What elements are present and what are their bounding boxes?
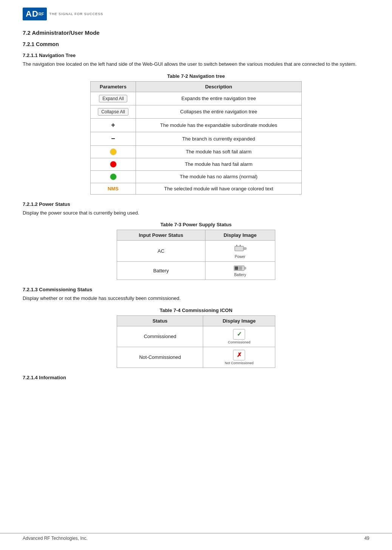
- table-row: Collapse All Collapses the entire naviga…: [91, 105, 302, 118]
- col-input-power-status: Input Power Status: [117, 230, 205, 241]
- not-commissioned-image-label: Not Commissioned: [225, 361, 253, 365]
- table-7-3-caption: Table 7-3 Power Supply Status: [23, 222, 369, 227]
- section-7-2-1-3-title: 7.2.1.3 Commissioning Status: [23, 287, 369, 292]
- table-row: AC Power: [117, 241, 275, 262]
- battery-svg: [233, 264, 247, 272]
- yellow-circle-icon: [110, 148, 117, 155]
- table-row: Not-Commissioned ✗ Not Commissioned: [117, 347, 275, 368]
- check-mark-icon: ✓: [237, 331, 242, 338]
- expand-all-btn: Expand All: [99, 95, 127, 102]
- col-status: Status: [117, 315, 203, 326]
- nav-plus-desc: The module has the expandable subordinat…: [136, 118, 302, 132]
- nav-nms-desc: The selected module will have orange col…: [136, 183, 302, 194]
- x-box: ✗: [233, 350, 245, 360]
- not-commissioned-image-cell: ✗ Not Commissioned: [203, 347, 275, 368]
- table-row: NMS The selected module will have orange…: [91, 183, 302, 194]
- battery-label: Battery: [234, 273, 246, 277]
- nav-yellow-desc: The module has soft fail alarm: [136, 145, 302, 158]
- nav-collapse-all-cell: Collapse All: [91, 105, 136, 118]
- nav-red-circle-cell: [91, 158, 136, 170]
- logo-bar: AD RF THE SIGNAL FOR SUCCESS: [23, 8, 369, 20]
- commissioned-icon: ✓ Commissioned: [228, 329, 250, 344]
- table-7-3: Input Power Status Display Image AC: [117, 230, 275, 280]
- table-row: Battery Battery: [117, 262, 275, 280]
- table-row: The module has hard fail alarm: [91, 158, 302, 170]
- section-7-2-title: 7.2 Administrator/User Mode: [23, 29, 369, 36]
- table-row: Commissioned ✓ Commissioned: [117, 326, 275, 347]
- commissioned-status-label: Commissioned: [117, 326, 203, 347]
- footer-page: 49: [364, 536, 369, 541]
- table-row: The module has soft fail alarm: [91, 145, 302, 158]
- nms-label: NMS: [108, 186, 119, 192]
- table-7-2-caption: Table 7-2 Navigation tree: [23, 73, 369, 79]
- svg-rect-3: [244, 247, 246, 249]
- power-ac-icon: Power: [233, 243, 247, 259]
- footer-company: Advanced RF Technologies, Inc.: [23, 536, 88, 541]
- col-parameters: Parameters: [91, 81, 136, 92]
- logo: AD RF: [23, 8, 47, 20]
- svg-rect-5: [244, 267, 246, 269]
- section-7-2-1-2-title: 7.2.1.2 Power Status: [23, 201, 369, 207]
- nav-plus-cell: +: [91, 118, 136, 132]
- x-mark-icon: ✗: [237, 351, 242, 358]
- section-7-2-1-1-title: 7.2.1.1 Navigation Tree: [23, 53, 369, 58]
- green-circle-icon: [110, 173, 117, 180]
- nav-green-desc: The module has no alarms (normal): [136, 170, 302, 183]
- collapse-all-btn: Collapse All: [98, 108, 128, 116]
- red-circle-icon: [110, 161, 117, 168]
- not-commissioned-status-label: Not-Commissioned: [117, 347, 203, 368]
- power-battery-label: Battery: [117, 262, 205, 280]
- table-row: The module has no alarms (normal): [91, 170, 302, 183]
- nav-red-desc: The module has hard fail alarm: [136, 158, 302, 170]
- nav-expand-all-desc: Expands the entire navigation tree: [136, 92, 302, 105]
- power-ac-label: AC: [117, 241, 205, 262]
- footer-bar: Advanced RF Technologies, Inc. 49: [0, 533, 392, 541]
- nav-green-circle-cell: [91, 170, 136, 183]
- table-7-2: Parameters Description Expand All Expand…: [90, 81, 302, 195]
- logo-rf: RF: [39, 12, 44, 16]
- minus-icon: −: [111, 135, 115, 142]
- not-commissioned-icon: ✗ Not Commissioned: [225, 350, 253, 365]
- nav-minus-desc: The branch is currently expanded: [136, 132, 302, 145]
- col-display-image: Display Image: [205, 230, 275, 241]
- nav-tree-description: The navigation tree located on the left …: [23, 60, 369, 68]
- check-box: ✓: [233, 329, 245, 340]
- power-battery-icon: Battery: [233, 264, 247, 277]
- table-7-4: Status Display Image Commissioned ✓ Comm…: [117, 315, 275, 368]
- power-ac-image-cell: Power: [205, 241, 275, 262]
- table-row: Expand All Expands the entire navigation…: [91, 92, 302, 105]
- table-7-4-caption: Table 7-4 Commissioning ICON: [23, 307, 369, 313]
- power-battery-image-cell: Battery: [205, 262, 275, 280]
- table-row: + The module has the expandable subordin…: [91, 118, 302, 132]
- nav-minus-cell: −: [91, 132, 136, 145]
- svg-rect-0: [235, 246, 243, 251]
- power-label: Power: [235, 255, 245, 259]
- nav-collapse-all-desc: Collapses the entire navigation tree: [136, 105, 302, 118]
- logo-tagline: THE SIGNAL FOR SUCCESS: [49, 12, 103, 16]
- power-status-description: Display the power source that is current…: [23, 209, 369, 217]
- table-row: − The branch is currently expanded: [91, 132, 302, 145]
- section-7-2-1-4-title: 7.2.1.4 Information: [23, 375, 369, 380]
- nav-nms-cell: NMS: [91, 183, 136, 194]
- commissioned-image-cell: ✓ Commissioned: [203, 326, 275, 347]
- svg-rect-6: [235, 267, 238, 270]
- col-description: Description: [136, 81, 302, 92]
- nav-yellow-circle-cell: [91, 145, 136, 158]
- ac-plug-svg: [233, 243, 247, 254]
- nav-expand-all-cell: Expand All: [91, 92, 136, 105]
- commissioned-image-label: Commissioned: [228, 340, 250, 344]
- col-display-image-commission: Display Image: [203, 315, 275, 326]
- commissioning-description: Display whether or not the module has su…: [23, 295, 369, 302]
- section-7-2-1-title: 7.2.1 Common: [23, 41, 369, 47]
- plus-icon: +: [111, 121, 115, 129]
- logo-letter: AD: [26, 9, 39, 19]
- svg-rect-7: [239, 267, 242, 270]
